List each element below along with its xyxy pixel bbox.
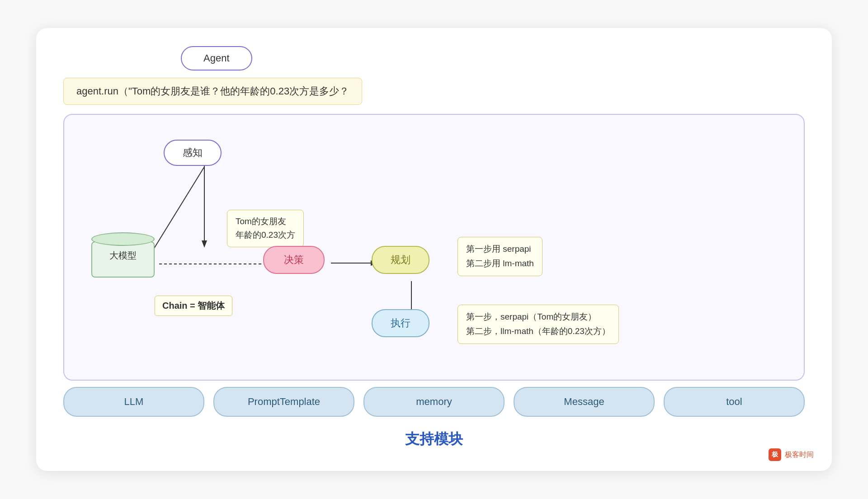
node-perception: 感知 xyxy=(164,140,222,166)
llm-label: 大模型 xyxy=(91,250,155,262)
note-tom: Tom的女朋友 年龄的0.23次方 xyxy=(227,210,304,247)
modules-bar: LLM PromptTemplate memory Message tool xyxy=(63,387,805,417)
exec-label: 执行 xyxy=(391,317,410,329)
node-decision: 决策 xyxy=(263,246,325,274)
perception-label: 感知 xyxy=(183,147,203,158)
decision-label: 决策 xyxy=(284,254,304,265)
module-memory: memory xyxy=(363,387,505,417)
module-llm: LLM xyxy=(63,387,204,417)
module-message: Message xyxy=(514,387,655,417)
cylinder-top xyxy=(91,232,155,246)
tom-note-line1: Tom的女朋友 xyxy=(236,215,295,228)
page-wrapper: Agent agent.run（"Tom的女朋友是谁？他的年龄的0.23次方是多… xyxy=(36,28,832,471)
svg-line-2 xyxy=(153,167,204,250)
plan-note-line2: 第二步用 lm-math xyxy=(466,256,534,271)
agent-node: Agent xyxy=(181,46,252,71)
query-text: agent.run（"Tom的女朋友是谁？他的年龄的0.23次方是多少？ xyxy=(76,85,349,97)
support-title: 支持模块 xyxy=(36,429,832,449)
diagram-area: 感知 大模型 Tom的女朋友 年龄的0.23次方 决策 规划 第一步用 serp… xyxy=(63,114,805,381)
agent-label: Agent xyxy=(203,52,230,64)
node-plan: 规划 xyxy=(372,246,429,274)
note-plan: 第一步用 serpapi 第二步用 lm-math xyxy=(458,237,542,276)
module-tool: tool xyxy=(664,387,805,417)
node-exec: 执行 xyxy=(372,309,429,337)
exec-note-line1: 第一步，serpapi（Tom的女朋友） xyxy=(466,310,610,324)
brand-name: 极客时间 xyxy=(785,450,814,460)
brand-logo: 极 极客时间 xyxy=(769,448,814,461)
tom-note-line2: 年龄的0.23次方 xyxy=(236,228,295,242)
chain-text: Chain = 智能体 xyxy=(162,301,225,311)
plan-note-line1: 第一步用 serpapi xyxy=(466,242,534,256)
exec-note-line2: 第二步，llm-math（年龄的0.23次方） xyxy=(466,324,610,339)
plan-label: 规划 xyxy=(391,254,410,265)
query-box: agent.run（"Tom的女朋友是谁？他的年龄的0.23次方是多少？ xyxy=(63,78,362,105)
node-llm: 大模型 xyxy=(91,232,155,278)
brand-icon: 极 xyxy=(769,448,781,461)
note-exec: 第一步，serpapi（Tom的女朋友） 第二步，llm-math（年龄的0.2… xyxy=(458,305,619,344)
module-prompttemplate: PromptTemplate xyxy=(213,387,354,417)
chain-label: Chain = 智能体 xyxy=(155,296,232,316)
